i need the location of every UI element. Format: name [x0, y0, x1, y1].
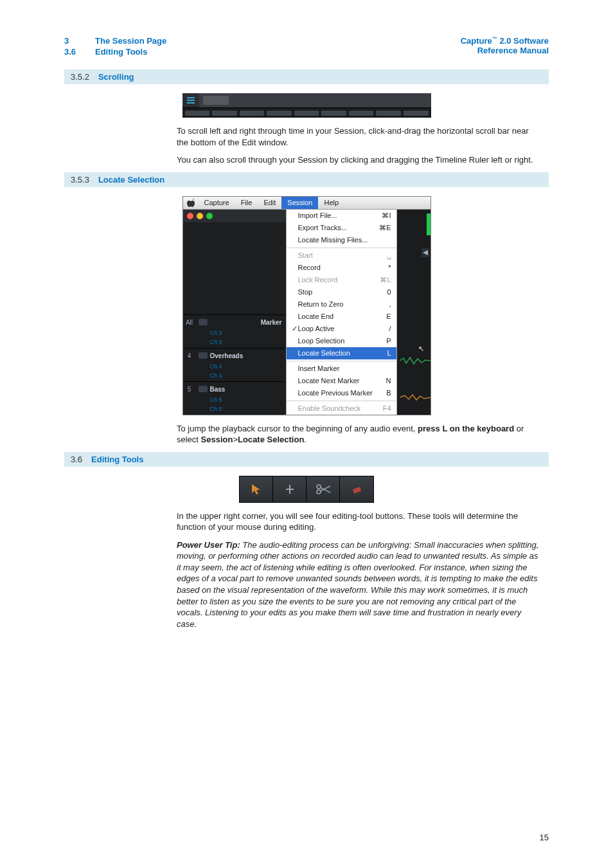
window-controls [183, 210, 286, 222]
track-list-pane: All Marker Ch 3 Ch 3 4 Overheads Ch 4 Ch [183, 210, 286, 415]
track-sub: Ch 5 [183, 397, 286, 406]
menu-item-insert-marker[interactable]: Insert Marker [287, 363, 396, 375]
apple-menu-icon[interactable] [183, 197, 199, 209]
marker-label: Marker [210, 319, 286, 326]
record-arm-icon[interactable] [199, 319, 208, 325]
track-sub: Ch 4 [183, 372, 286, 381]
menu-edit[interactable]: Edit [258, 197, 281, 209]
track-num: 5 [183, 386, 196, 393]
split-tool-button[interactable] [273, 476, 306, 502]
doc-type: Reference Manual [461, 46, 549, 55]
tip-lead: Power User Tip: [177, 540, 240, 550]
svg-point-7 [317, 485, 321, 489]
svg-rect-11 [353, 487, 362, 494]
section-number: 3.6 [64, 47, 82, 57]
scissors-tool-button[interactable] [306, 476, 340, 502]
track-row-4[interactable]: 4 Overheads [183, 348, 286, 363]
menu-item-label: Insert Marker [298, 365, 340, 372]
svg-rect-0 [187, 97, 195, 98]
check-icon: ✓ [292, 325, 298, 333]
page-header: 3 The Session Page 3.6 Editing Tools Cap… [64, 36, 549, 57]
menu-item-start: Start␣ [287, 249, 396, 262]
arrow-tool-button[interactable] [240, 476, 273, 502]
menu-separator [287, 248, 396, 248]
menu-shortcut: P [386, 337, 391, 345]
waveform-icon [400, 356, 431, 365]
menu-item-record[interactable]: Record* [287, 262, 396, 274]
menu-shortcut: ␣ [387, 251, 391, 260]
trademark: ™ [492, 36, 497, 42]
section-heading-locate: 3.5.3 Locate Selection [64, 172, 549, 187]
eraser-tool-button[interactable] [340, 476, 373, 502]
svg-marker-4 [252, 484, 260, 494]
text: . [304, 435, 306, 444]
session-menu-figure: Capture File Edit Session Help All [182, 196, 431, 415]
menu-item-locate-next-marker[interactable]: Locate Next MarkerN [287, 375, 396, 387]
section-title: Editing Tools [95, 47, 147, 57]
menu-shortcut: E [386, 312, 391, 320]
menubar: Capture File Edit Session Help [183, 197, 431, 210]
close-window-icon[interactable] [187, 213, 193, 219]
menu-item-locate-end[interactable]: Locate EndE [287, 311, 396, 323]
page-number: 15 [540, 833, 549, 842]
editing-tools-figure [239, 476, 374, 503]
menu-item-loop-selection[interactable]: Loop SelectionP [287, 335, 396, 347]
menu-item-locate-previous-marker[interactable]: Locate Previous MarkerB [287, 387, 396, 399]
menu-item-label: Locate Previous Marker [298, 389, 373, 397]
menu-item-import-file[interactable]: Import File...⌘I [287, 210, 396, 222]
record-arm-icon[interactable] [199, 386, 208, 392]
text-bold: press L on the keyboard [418, 424, 514, 433]
menu-session[interactable]: Session [281, 197, 318, 209]
product-version: 2.0 Software [497, 36, 549, 46]
meter-icon [427, 213, 431, 235]
scrollbar-figure [182, 93, 431, 118]
menu-shortcut: F4 [383, 404, 391, 412]
horizontal-scrollbar[interactable] [182, 107, 431, 118]
text: > [233, 435, 238, 444]
menu-item-label: Lock Record [298, 276, 338, 284]
menu-item-enable-soundcheck: Enable SoundcheckF4 [287, 402, 396, 415]
menu-item-label: Locate End [298, 312, 334, 320]
section-num: 3.5.2 [71, 72, 89, 82]
zoom-window-icon[interactable] [206, 213, 213, 219]
menu-item-locate-selection[interactable]: Locate SelectionL [287, 347, 396, 359]
section-heading-scrolling: 3.5.2 Scrolling [64, 69, 549, 84]
menu-shortcut: ⌘E [379, 224, 391, 232]
menu-item-export-tracks[interactable]: Export Tracks...⌘E [287, 222, 396, 234]
menu-item-label: Locate Missing Files... [298, 236, 368, 244]
track-sub: Ch 3 [183, 330, 286, 339]
menu-item-return-to-zero[interactable]: Return to Zero, [287, 298, 396, 311]
record-arm-icon[interactable] [199, 352, 208, 359]
menu-shortcut: 0 [387, 288, 391, 296]
menu-capture[interactable]: Capture [199, 197, 235, 209]
menu-item-label: Enable Soundcheck [298, 404, 361, 412]
waveform-icon [400, 393, 431, 402]
cursor-icon: ↖ [418, 345, 424, 353]
minimize-window-icon[interactable] [197, 213, 203, 219]
session-dropdown: Import File...⌘IExport Tracks...⌘ELocate… [286, 210, 397, 415]
play-reverse-icon[interactable] [422, 248, 429, 257]
menu-shortcut: L [387, 349, 391, 357]
locate-paragraph: To jump the playback cursor to the begin… [177, 423, 542, 446]
menu-item-label: Export Tracks... [298, 224, 347, 231]
section-num: 3.6 [71, 455, 82, 464]
text: To jump the playback cursor to the begin… [177, 424, 418, 433]
power-user-tip: Power User Tip: The audio-editing proces… [177, 539, 542, 629]
menu-item-loop-active[interactable]: ✓Loop Active/ [287, 323, 396, 335]
menu-item-locate-missing-files[interactable]: Locate Missing Files... [287, 234, 396, 246]
menu-item-label: Loop Active [298, 325, 335, 332]
menu-help[interactable]: Help [318, 197, 344, 209]
svg-marker-3 [423, 250, 428, 255]
track-row-5[interactable]: 5 Bass [183, 381, 286, 397]
menu-item-label: Stop [298, 288, 313, 296]
track-sub: Ch 5 [183, 406, 286, 415]
section-title-text: Editing Tools [91, 455, 143, 464]
text-bold: Session [201, 435, 233, 444]
menu-file[interactable]: File [235, 197, 258, 209]
menu-shortcut: , [389, 300, 391, 308]
tip-body: The audio-editing process can be unforgi… [177, 540, 538, 629]
menu-shortcut: ⌘I [382, 212, 391, 220]
menu-item-stop[interactable]: Stop0 [287, 286, 396, 298]
marker-row[interactable]: All Marker [183, 314, 286, 330]
menu-shortcut: ⌘L [380, 276, 391, 284]
